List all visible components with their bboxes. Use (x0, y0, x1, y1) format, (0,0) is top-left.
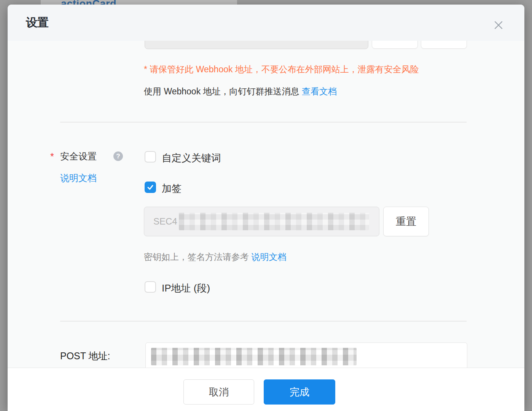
section-divider (60, 122, 467, 123)
webhook-warning-text: * 请保管好此 Webhook 地址，不要公布在外部网站上，泄露有安全风险 (144, 64, 419, 75)
sign-docs-link[interactable]: 说明文档 (251, 252, 286, 262)
settings-dialog: 设置 * 请保管好此 Webhook 地址，不要公布在外部网站上，泄露有安全风险… (8, 5, 524, 411)
secret-key-redacted-blur (179, 213, 369, 230)
sign-hint-label: 密钥如上，签名方法请参考 (144, 252, 251, 262)
background-page-text: actionCard (61, 0, 237, 5)
sign-hint-text: 密钥如上，签名方法请参考 说明文档 (144, 251, 286, 263)
webhook-url-input[interactable] (145, 41, 368, 49)
post-address-label: POST 地址: (60, 350, 110, 362)
keyword-checkbox[interactable] (145, 151, 156, 162)
help-icon[interactable]: ? (113, 151, 123, 161)
modal-backdrop: actionCard 设置 * 请保管好此 Webhook 地址，不要公布在外部… (0, 0, 532, 411)
ip-checkbox-label[interactable]: IP地址 (段) (162, 282, 210, 295)
secret-key-prefix: SEC4 (153, 216, 177, 227)
webhook-usage-label: 使用 Webhook 地址，向钉钉群推送消息 (144, 86, 302, 96)
keyword-checkbox-label[interactable]: 自定义关键词 (162, 151, 221, 165)
webhook-usage-text: 使用 Webhook 地址，向钉钉群推送消息 查看文档 (144, 86, 337, 97)
reset-secret-button[interactable]: 重置 (383, 207, 429, 236)
checkmark-icon (147, 183, 154, 191)
dialog-footer: 取消 完成 (8, 368, 524, 411)
dialog-body: * 请保管好此 Webhook 地址，不要公布在外部网站上，泄露有安全风险 使用… (8, 41, 524, 368)
dialog-title: 设置 (26, 15, 49, 30)
confirm-button[interactable]: 完成 (264, 379, 335, 405)
view-docs-link[interactable]: 查看文档 (302, 86, 337, 96)
sign-checkbox-label[interactable]: 加签 (162, 182, 182, 195)
post-address-input[interactable] (145, 342, 467, 368)
webhook-copy-button[interactable] (372, 41, 418, 49)
ip-checkbox[interactable] (145, 281, 156, 293)
required-asterisk: * (50, 151, 54, 162)
secret-key-input[interactable]: SEC4 (144, 207, 379, 236)
background-page-strip: actionCard (41, 0, 237, 5)
security-settings-label: 安全设置 (60, 150, 97, 162)
cancel-button[interactable]: 取消 (183, 379, 254, 405)
close-icon[interactable] (492, 19, 505, 31)
section-divider (60, 321, 467, 322)
post-address-redacted-blur (151, 348, 357, 365)
sign-checkbox[interactable] (145, 182, 156, 193)
dialog-header: 设置 (8, 5, 524, 41)
security-docs-link[interactable]: 说明文档 (60, 172, 97, 184)
webhook-reset-button[interactable] (421, 41, 467, 49)
